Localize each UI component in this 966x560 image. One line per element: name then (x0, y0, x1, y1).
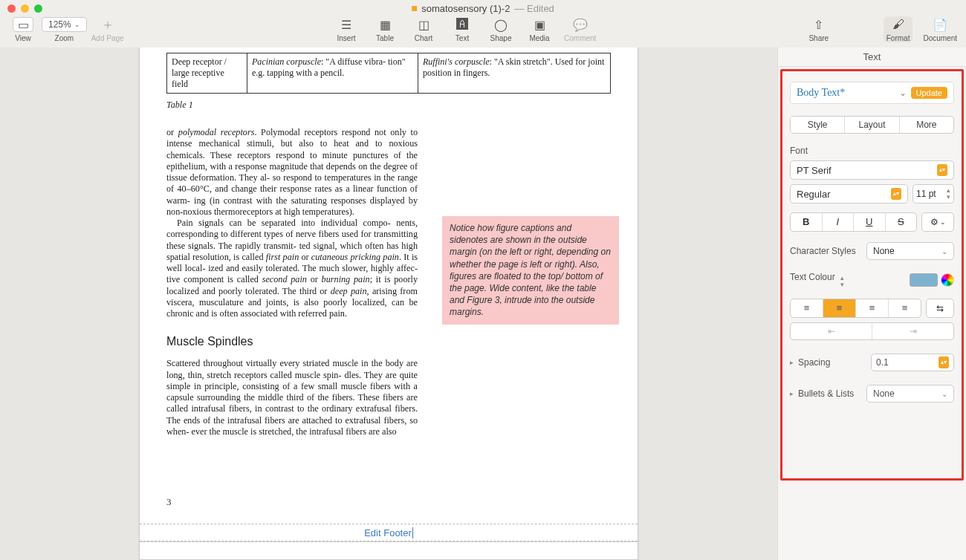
document-name: somatosensory (1)-2 (421, 3, 510, 14)
align-center-button[interactable]: ≡ (823, 299, 856, 317)
body-text[interactable]: or polymodal receptors. Polymodal recept… (166, 127, 418, 437)
tab-more[interactable]: More (900, 117, 953, 133)
font-size-input[interactable]: 11 pt▴▾ (912, 184, 954, 204)
disclosure-icon[interactable]: ▸ (790, 390, 794, 397)
align-justify-button[interactable]: ≡ (889, 299, 921, 317)
toolbar: ▭ View 125%⌄ Zoom ＋ Add Page ☰Insert ▦Ta… (0, 16, 966, 48)
inspector-tab-text[interactable]: Text (778, 48, 966, 67)
increase-indent-button[interactable]: ⇥ (872, 323, 953, 339)
chart-button[interactable]: ◫Chart (409, 16, 438, 42)
minimize-window[interactable] (21, 4, 29, 13)
page-footer[interactable]: Edit Footer (140, 524, 638, 541)
text-direction-button[interactable]: ⇆ (926, 299, 954, 318)
zoom-control[interactable]: 125%⌄ Zoom (42, 16, 87, 42)
edited-label: — Edited (514, 3, 554, 14)
document-table[interactable]: Deep receptor / large receptive field Pa… (166, 53, 611, 94)
sidenote-box[interactable]: Notice how figure captions and sidenotes… (442, 216, 619, 325)
maximize-window[interactable] (34, 4, 42, 13)
media-button[interactable]: ▣Media (525, 16, 554, 42)
table-cell[interactable]: Deep receptor / large receptive field (167, 53, 247, 94)
table-cell[interactable]: Pacinian corpuscle: "A diffuse vibra- ti… (247, 53, 418, 94)
spacing-input[interactable]: 0.1▴▾ (871, 354, 954, 371)
text-colour-swatch[interactable] (910, 273, 938, 287)
colour-wheel-button[interactable] (941, 273, 954, 287)
title-bar: somatosensory (1)-2 — Edited (0, 0, 966, 16)
comment-button[interactable]: 💬Comment (564, 16, 596, 42)
underline-button[interactable]: U (854, 213, 886, 231)
format-button[interactable]: 🖌Format (884, 16, 913, 42)
align-left-button[interactable]: ≡ (791, 299, 823, 317)
document-button[interactable]: 📄Document (923, 16, 957, 42)
decrease-indent-button[interactable]: ⇤ (791, 323, 872, 339)
font-options-button[interactable]: ⚙⌄ (921, 212, 954, 232)
chevron-down-icon: ⌄ (899, 88, 907, 98)
char-styles-label: Character Styles (790, 246, 856, 256)
page-number: 3 (166, 496, 172, 508)
font-weight-select[interactable]: Regular▴▾ (790, 184, 908, 204)
text-colour-label: Text Colour ▴▾ (790, 272, 844, 288)
bullets-select[interactable]: None⌄ (866, 385, 954, 403)
table-cell[interactable]: Ruffini's corpuscle: "A skin stretch". U… (418, 53, 611, 94)
disclosure-icon[interactable]: ▸ (790, 359, 794, 366)
insert-button[interactable]: ☰Insert (332, 16, 360, 42)
unsaved-icon (412, 6, 417, 11)
align-right-button[interactable]: ≡ (856, 299, 889, 317)
shape-button[interactable]: ◯Shape (487, 16, 515, 42)
bold-button[interactable]: B (791, 213, 823, 231)
font-section-label: Font (790, 146, 954, 156)
view-button[interactable]: ▭ View (9, 16, 37, 42)
text-button[interactable]: 🅰Text (448, 16, 476, 42)
strikethrough-button[interactable]: S (886, 213, 917, 231)
italic-button[interactable]: I (823, 213, 855, 231)
spacing-label: Spacing (798, 357, 830, 368)
format-inspector: Text Body Text* ⌄ Update Style Layout Mo… (777, 48, 966, 560)
page: Deep receptor / large receptive field Pa… (139, 48, 638, 560)
update-style-button[interactable]: Update (911, 87, 947, 99)
document-canvas[interactable]: Deep receptor / large receptive field Pa… (0, 48, 777, 560)
tab-layout[interactable]: Layout (845, 117, 899, 133)
share-button[interactable]: ⇧Share (805, 16, 833, 42)
window-controls (7, 4, 42, 13)
heading-muscle-spindles[interactable]: Muscle Spindles (166, 334, 418, 349)
close-window[interactable] (7, 4, 16, 13)
window-title: somatosensory (1)-2 — Edited (412, 3, 554, 14)
char-styles-select[interactable]: None⌄ (866, 242, 954, 260)
paragraph-style-dropdown[interactable]: Body Text* ⌄ Update (790, 82, 954, 104)
table-button[interactable]: ▦Table (371, 16, 399, 42)
bullets-label: Bullets & Lists (798, 388, 854, 399)
tab-style[interactable]: Style (791, 117, 845, 133)
table-caption[interactable]: Table 1 (166, 100, 611, 111)
add-page-button[interactable]: ＋ Add Page (91, 16, 124, 42)
inspector-subtabs: Style Layout More (790, 116, 954, 134)
font-family-select[interactable]: PT Serif▴▾ (790, 160, 954, 180)
